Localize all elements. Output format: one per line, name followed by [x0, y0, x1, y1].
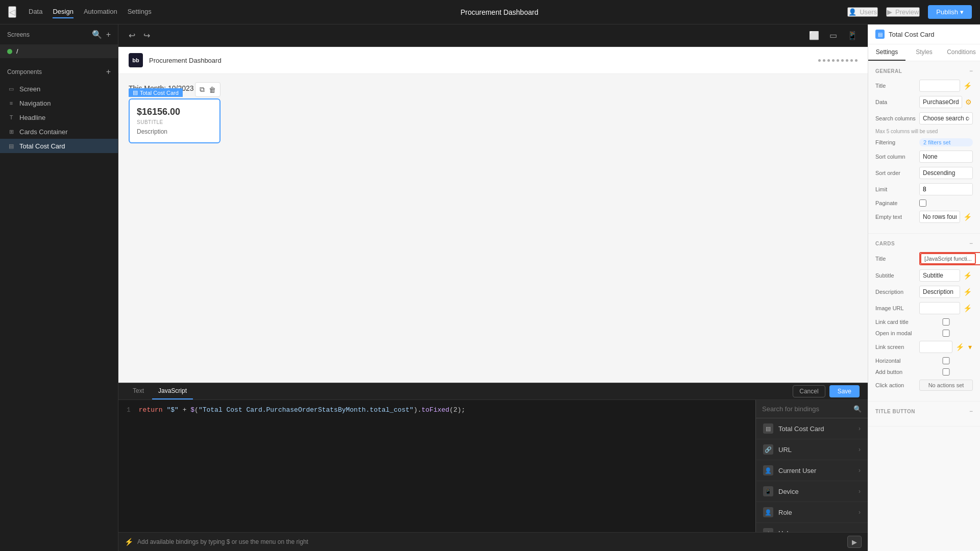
component-headline[interactable]: T Headline	[0, 110, 118, 124]
component-total-cost-card[interactable]: ▤ Total Cost Card	[0, 139, 118, 153]
data-settings-button[interactable]: ⚙	[964, 98, 973, 106]
search-col-select[interactable]: Choose search col...	[919, 112, 973, 124]
title-button-title: TITLE BUTTON	[875, 409, 915, 414]
card-duplicate-button[interactable]: ⧉	[199, 84, 206, 95]
add-button-checkbox[interactable]	[919, 368, 973, 375]
sort-col-select[interactable]: None	[919, 151, 973, 163]
cards-collapse-icon[interactable]: −	[969, 240, 973, 247]
sort-col-label: Sort column	[875, 154, 916, 160]
nav-tabs: Data Design Automation Settings	[29, 6, 152, 18]
component-navigation[interactable]: ≡ Navigation	[0, 96, 118, 110]
card-subtitle-input[interactable]	[919, 269, 960, 282]
image-url-lightning-button[interactable]: ⚡	[962, 304, 973, 312]
open-in-modal-label: Open in modal	[875, 330, 916, 336]
cost-card[interactable]: $16156.00 SUBTITLE Description	[129, 98, 220, 143]
toolbar-right: ⬜ ▭ 📱	[807, 29, 860, 42]
preview-app-title: Procurement Dashboard	[149, 57, 222, 64]
binding-item-url[interactable]: 🔗 URL ›	[756, 439, 868, 460]
users-button[interactable]: 👤 Users	[847, 7, 878, 17]
screen-item-root[interactable]: /	[0, 44, 118, 58]
code-editor[interactable]: 1return "$" + $("Total Cost Card.Purchas…	[118, 400, 755, 532]
tab-conditions[interactable]: Conditions	[943, 44, 980, 61]
search-screens-button[interactable]: 🔍	[92, 30, 102, 39]
empty-text-input[interactable]	[919, 211, 960, 223]
add-screen-button[interactable]: +	[106, 30, 111, 39]
role-binding-icon: 👤	[763, 507, 773, 517]
open-in-modal-row: Open in modal	[875, 330, 973, 337]
code-save-button[interactable]: Save	[829, 385, 860, 397]
preview-button[interactable]: ▶ Preview	[886, 7, 920, 17]
tablet-view-button[interactable]: ▭	[827, 29, 839, 42]
title-lightning-button[interactable]: ⚡	[962, 82, 973, 90]
code-tab-text[interactable]: Text	[127, 383, 150, 399]
title-input[interactable]	[919, 80, 960, 92]
nav-tab-data[interactable]: Data	[29, 6, 42, 18]
preview-dots-icon	[818, 59, 857, 62]
card-subtitle-lightning-button[interactable]: ⚡	[962, 271, 973, 280]
card-title-row: Title [JavaScript functi... ⚡	[875, 252, 973, 265]
headline-comp-icon: T	[7, 113, 15, 121]
binding-item-total-cost-card[interactable]: ▤ Total Cost Card ›	[756, 418, 868, 439]
paginate-checkbox[interactable]	[919, 199, 926, 207]
link-card-title-checkbox[interactable]	[919, 318, 973, 325]
component-cards-container[interactable]: ⊞ Cards Container	[0, 124, 118, 139]
open-in-modal-checkbox[interactable]	[919, 330, 973, 337]
sort-order-select[interactable]: Descending	[919, 167, 973, 179]
publish-button[interactable]: Publish ▾	[928, 5, 972, 19]
link-screen-lightning-button[interactable]: ⚡	[954, 343, 965, 351]
card-subtitle-label: Subtitle	[875, 272, 916, 279]
binding-item-device[interactable]: 📱 Device ›	[756, 481, 868, 502]
no-actions-badge[interactable]: No actions set	[919, 380, 973, 391]
nav-tab-design[interactable]: Design	[53, 6, 73, 18]
tab-settings[interactable]: Settings	[868, 44, 905, 61]
back-button[interactable]: ◁	[8, 6, 16, 18]
code-cancel-button[interactable]: Cancel	[793, 385, 825, 397]
main-layout: Screens 🔍 + / Components + ▭ Screen ≡ Na…	[0, 24, 980, 551]
horizontal-checkbox[interactable]	[919, 357, 973, 364]
image-url-row: Image URL ⚡	[875, 302, 973, 314]
filter-badge[interactable]: 2 filters set	[919, 138, 973, 146]
binding-item-current-user[interactable]: 👤 Current User ›	[756, 460, 868, 481]
code-submit-button[interactable]: ▶	[847, 536, 862, 548]
data-select[interactable]: PurchaseOrde...	[919, 96, 962, 108]
image-url-input[interactable]	[919, 302, 960, 314]
code-tab-javascript[interactable]: JavaScript	[152, 383, 193, 399]
empty-text-row: Empty text ⚡	[875, 211, 973, 223]
nav-tab-settings[interactable]: Settings	[128, 6, 152, 18]
card-subtitle: SUBTITLE	[137, 119, 212, 125]
card-description-lightning-button[interactable]: ⚡	[962, 288, 973, 296]
tab-styles[interactable]: Styles	[905, 44, 943, 61]
bindings-search-input[interactable]	[762, 405, 849, 413]
title-button-collapse-icon[interactable]: −	[969, 408, 973, 415]
empty-text-lightning-button[interactable]: ⚡	[962, 213, 973, 221]
link-screen-chevron-button[interactable]: ▾	[967, 343, 973, 351]
limit-input[interactable]	[920, 184, 973, 195]
undo-button[interactable]: ↩	[127, 29, 137, 42]
component-screen[interactable]: ▭ Screen	[0, 82, 118, 96]
preview-icon: ▶	[887, 8, 892, 16]
paginate-label: Paginate	[875, 200, 916, 206]
top-nav: ◁ Data Design Automation Settings Procur…	[0, 0, 980, 24]
desktop-view-button[interactable]: ⬜	[807, 29, 821, 42]
card-title-control: [JavaScript functi... ⚡	[919, 252, 980, 265]
add-component-button[interactable]: +	[106, 67, 111, 77]
card-delete-button[interactable]: 🗑	[208, 84, 217, 95]
binding-item-helpers[interactable]: ✦ Helpers ›	[756, 523, 868, 532]
card-title-lightning-button[interactable]: ⚡	[978, 255, 980, 263]
line-number: 1	[127, 406, 131, 414]
link-screen-input[interactable]	[919, 341, 952, 353]
add-button-label: Add button	[875, 369, 916, 375]
limit-input-wrapper: ▲ ▼	[919, 183, 973, 195]
mobile-view-button[interactable]: 📱	[845, 29, 860, 42]
card-description-input[interactable]	[919, 286, 960, 298]
binding-item-role[interactable]: 👤 Role ›	[756, 502, 868, 523]
screens-actions: 🔍 +	[92, 30, 111, 39]
title-button-section: TITLE BUTTON −	[868, 402, 980, 427]
card-title-value[interactable]: [JavaScript functi...	[920, 253, 976, 264]
nav-tab-automation[interactable]: Automation	[84, 6, 117, 18]
redo-button[interactable]: ↪	[141, 29, 152, 42]
limit-row: Limit ▲ ▼	[875, 183, 973, 195]
search-col-label: Search columns	[875, 115, 916, 121]
general-collapse-icon[interactable]: −	[969, 67, 973, 74]
sort-order-label: Sort order	[875, 170, 916, 176]
